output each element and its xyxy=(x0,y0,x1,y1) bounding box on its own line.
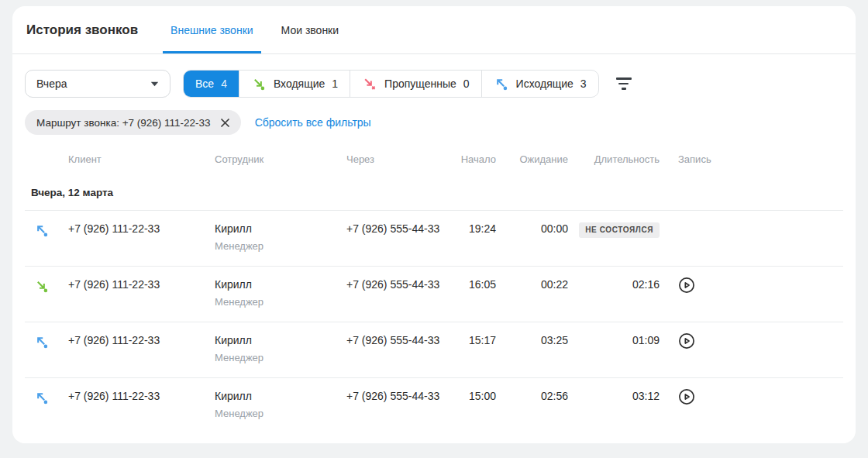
wait-time: 02:56 xyxy=(496,390,568,402)
call-history-panel: История звонков Внешние звонки Мои звонк… xyxy=(12,6,856,443)
table-row[interactable]: +7 (926) 111-22-33 Кирилл Менеджер +7 (9… xyxy=(25,322,843,378)
period-dropdown-value: Вчера xyxy=(36,77,67,90)
segment-outgoing[interactable]: Исходящие 3 xyxy=(482,71,598,97)
employee-role: Менеджер xyxy=(215,296,346,308)
employee-name: Кирилл xyxy=(215,390,346,402)
table-row[interactable]: +7 (926) 111-22-33 Кирилл Менеджер +7 (9… xyxy=(25,267,843,322)
start-time: 19:24 xyxy=(457,222,496,235)
page-title: История звонков xyxy=(26,22,138,38)
column-header-wait: Ожидание xyxy=(496,153,568,165)
filter-lines-icon xyxy=(616,77,632,79)
client-phone: +7 (926) 111-22-33 xyxy=(68,278,215,291)
segment-label: Исходящие xyxy=(516,77,574,90)
client-phone: +7 (926) 111-22-33 xyxy=(68,334,215,346)
table-header: Клиент Сотрудник Через Начало Ожидание Д… xyxy=(25,153,843,176)
table-row[interactable]: +7 (926) 111-22-33 Кирилл Менеджер +7 (9… xyxy=(25,378,843,434)
segment-missed[interactable]: Пропущенные 0 xyxy=(350,71,481,97)
employee-role: Менеджер xyxy=(215,408,346,419)
employee-cell: Кирилл Менеджер xyxy=(215,278,346,308)
via-phone: +7 (926) 555-44-33 xyxy=(346,222,457,235)
status-badge: не состоялся xyxy=(579,222,660,238)
missed-call-icon xyxy=(362,76,377,91)
play-icon xyxy=(678,388,695,405)
segment-incoming[interactable]: Входящие 1 xyxy=(239,71,350,97)
segment-count: 3 xyxy=(580,77,587,90)
table-row[interactable]: +7 (926) 111-22-33 Кирилл Менеджер +7 (9… xyxy=(25,211,843,267)
duration: 03:12 xyxy=(568,390,660,402)
outgoing-call-icon xyxy=(25,390,68,408)
play-icon xyxy=(678,277,695,294)
tab-label: Мои звонки xyxy=(281,24,339,36)
segment-all[interactable]: Все 4 xyxy=(184,71,239,97)
play-record-button[interactable] xyxy=(678,332,695,350)
play-icon xyxy=(678,332,695,350)
filter-row: Вчера Все 4 Входящие 1 xyxy=(25,70,843,98)
employee-name: Кирилл xyxy=(215,334,346,346)
segment-label: Все xyxy=(195,77,214,90)
column-header-client: Клиент xyxy=(68,153,215,165)
duration: 01:09 xyxy=(568,334,660,346)
via-phone: +7 (926) 555-44-33 xyxy=(346,334,457,346)
incoming-call-icon xyxy=(25,278,68,296)
outgoing-call-icon xyxy=(25,334,68,352)
column-header-via: Через xyxy=(346,153,457,165)
start-time: 16:05 xyxy=(457,278,496,291)
call-type-segmented-control: Все 4 Входящие 1 Пропущенные 0 xyxy=(183,70,599,98)
filter-settings-button[interactable] xyxy=(613,73,635,95)
tab-external-calls[interactable]: Внешние звонки xyxy=(163,6,260,53)
filter-chip-call-route: Маршрут звонка: +7 (926) 111-22-33 xyxy=(25,110,241,135)
employee-role: Менеджер xyxy=(215,352,346,363)
segment-count: 1 xyxy=(332,77,338,90)
employee-name: Кирилл xyxy=(215,222,346,235)
employee-cell: Кирилл Менеджер xyxy=(215,222,346,252)
tabs: Внешние звонки Мои звонки xyxy=(163,6,359,53)
tab-label: Внешние звонки xyxy=(170,24,253,36)
employee-cell: Кирилл Менеджер xyxy=(215,390,346,419)
remove-filter-button[interactable] xyxy=(219,117,231,129)
wait-time: 00:22 xyxy=(496,278,568,291)
outgoing-call-icon xyxy=(25,222,68,240)
reset-all-filters-link[interactable]: Сбросить все фильтры xyxy=(255,116,371,129)
via-phone: +7 (926) 555-44-33 xyxy=(346,390,457,402)
segment-label: Входящие xyxy=(274,77,325,90)
client-phone: +7 (926) 111-22-33 xyxy=(68,222,215,235)
column-header-record: Запись xyxy=(660,153,843,165)
employee-role: Менеджер xyxy=(215,240,346,252)
tab-my-calls[interactable]: Мои звонки xyxy=(274,6,346,53)
play-record-button[interactable] xyxy=(678,388,695,405)
employee-cell: Кирилл Менеджер xyxy=(215,334,346,363)
outgoing-call-icon xyxy=(494,76,509,91)
start-time: 15:00 xyxy=(457,390,496,402)
chevron-down-icon xyxy=(150,81,159,87)
play-record-button[interactable] xyxy=(678,277,695,294)
panel-header: История звонков Внешние звонки Мои звонк… xyxy=(12,6,856,54)
segment-count: 0 xyxy=(463,77,470,90)
column-header-start: Начало xyxy=(457,153,496,165)
incoming-call-icon xyxy=(251,76,267,91)
employee-name: Кирилл xyxy=(215,278,346,291)
filter-chip-label: Маршрут звонка: +7 (926) 111-22-33 xyxy=(36,117,211,129)
column-header-duration: Длительность xyxy=(568,153,660,165)
segment-label: Пропущенные xyxy=(384,77,456,90)
duration: 02:16 xyxy=(568,278,660,291)
date-section-header: Вчера, 12 марта xyxy=(25,176,843,211)
active-filters-row: Маршрут звонка: +7 (926) 111-22-33 Сброс… xyxy=(25,110,843,135)
close-icon xyxy=(219,117,231,129)
start-time: 15:17 xyxy=(457,334,496,346)
wait-time: 03:25 xyxy=(496,334,568,346)
period-dropdown[interactable]: Вчера xyxy=(25,70,170,98)
wait-time: 00:00 xyxy=(496,222,568,235)
column-header-employee: Сотрудник xyxy=(215,153,346,165)
segment-count: 4 xyxy=(221,77,227,90)
client-phone: +7 (926) 111-22-33 xyxy=(68,390,215,402)
via-phone: +7 (926) 555-44-33 xyxy=(346,278,457,291)
